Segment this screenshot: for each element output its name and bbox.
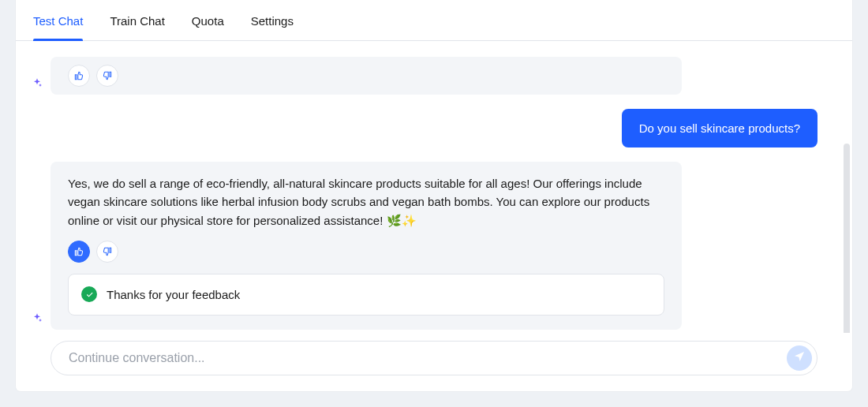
message-input[interactable] [67, 350, 776, 366]
chat-viewport: Do you sell skincare products? Yes, we d… [16, 41, 852, 333]
thumbs-up-button[interactable] [68, 65, 90, 87]
feedback-toast: Thanks for your feedback [68, 274, 664, 316]
feedback-row [68, 241, 664, 263]
message-input-wrap[interactable] [51, 341, 817, 375]
tab-quota[interactable]: Quota [192, 0, 224, 40]
app-panel: Test Chat Train Chat Quota Settings [16, 0, 852, 391]
scrollbar-thumb[interactable] [844, 144, 850, 333]
thumbs-down-button[interactable] [96, 241, 118, 263]
bot-message-text: Yes, we do sell a range of eco-friendly,… [68, 174, 664, 230]
feedback-row [68, 65, 664, 87]
thumbs-up-button[interactable] [68, 241, 90, 263]
send-button[interactable] [787, 345, 812, 371]
bot-bubble: Yes, we do sell a range of eco-friendly,… [51, 162, 682, 330]
feedback-toast-text: Thanks for your feedback [107, 286, 240, 304]
bot-message [51, 57, 817, 95]
chat-scroll-area[interactable]: Do you sell skincare products? Yes, we d… [16, 41, 852, 333]
send-icon [793, 350, 806, 366]
tab-settings[interactable]: Settings [251, 0, 294, 40]
check-circle-icon [81, 286, 97, 302]
thumbs-down-button[interactable] [96, 65, 118, 87]
bot-message: Yes, we do sell a range of eco-friendly,… [51, 162, 817, 330]
bot-bubble [51, 57, 682, 95]
user-message: Do you sell skincare products? [51, 109, 817, 147]
tab-bar: Test Chat Train Chat Quota Settings [16, 0, 852, 41]
user-bubble: Do you sell skincare products? [622, 109, 817, 147]
sparkle-icon [31, 77, 43, 90]
tab-train-chat[interactable]: Train Chat [110, 0, 164, 40]
sparkle-icon [31, 312, 43, 325]
composer [16, 333, 852, 391]
tab-test-chat[interactable]: Test Chat [33, 0, 83, 40]
